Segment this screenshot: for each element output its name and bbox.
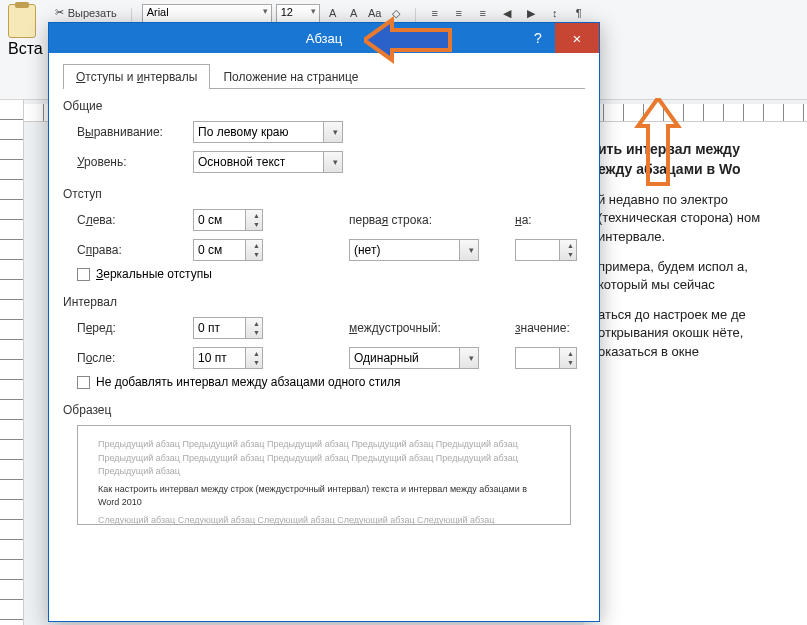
dialog-title: Абзац xyxy=(306,31,342,46)
paste-label: Вста xyxy=(8,40,43,58)
preview-label: Образец xyxy=(63,403,585,417)
doc-paragraph: й недавно по электро (техническая сторон… xyxy=(598,191,793,246)
level-combo[interactable]: Основной текст xyxy=(193,151,343,173)
preview-group: Образец Предыдущий абзац Предыдущий абза… xyxy=(63,403,585,525)
preview-box: Предыдущий абзац Предыдущий абзац Предыд… xyxy=(77,425,571,525)
alignment-label: Выравнивание: xyxy=(77,125,187,139)
font-size-combo[interactable]: 12 xyxy=(276,4,320,24)
general-label: Общие xyxy=(63,99,585,113)
svg-marker-0 xyxy=(364,20,450,60)
paste-icon[interactable] xyxy=(8,4,36,38)
preview-next: Следующий абзац Следующий абзац Следующи… xyxy=(98,514,550,526)
clipboard-group: Вста xyxy=(8,4,43,95)
left-spinner[interactable]: 0 см▲▼ xyxy=(193,209,263,231)
doc-title: ить интервал между ежду абзацами в Wo xyxy=(598,140,793,179)
right-spinner[interactable]: 0 см▲▼ xyxy=(193,239,263,261)
left-label: Слева: xyxy=(77,213,187,227)
tab-position[interactable]: Положение на странице xyxy=(210,64,371,89)
nospace-checkbox[interactable]: Не добавлять интервал между абзацами одн… xyxy=(77,375,585,389)
after-label: После: xyxy=(77,351,187,365)
annotation-arrow-up xyxy=(632,98,684,188)
mirror-label: Зеркальные отступы xyxy=(96,267,212,281)
right-label: Справа: xyxy=(77,243,187,257)
close-button[interactable]: × xyxy=(555,23,599,53)
by-label: на: xyxy=(515,213,595,227)
inc-indent-icon[interactable]: ▶ xyxy=(522,4,540,22)
line-combo[interactable]: Одинарный xyxy=(349,347,479,369)
checkbox-icon xyxy=(77,376,90,389)
dialog-tabs: ООтступы и интервалытступы и интервалы П… xyxy=(63,63,585,89)
vertical-ruler[interactable] xyxy=(0,100,24,625)
sort-icon[interactable]: ↕ xyxy=(546,4,564,22)
svg-marker-1 xyxy=(638,98,678,184)
level-label: Уровень: xyxy=(77,155,187,169)
paragraph-dialog: Абзац ? × ООтступы и интервалытступы и и… xyxy=(48,22,600,622)
dialog-titlebar[interactable]: Абзац ? × xyxy=(49,23,599,53)
checkbox-icon xyxy=(77,268,90,281)
annotation-arrow-left xyxy=(364,14,454,66)
multilevel-icon[interactable]: ≡ xyxy=(474,4,492,22)
document[interactable]: ить интервал между ежду абзацами в Wo й … xyxy=(584,120,807,625)
after-spinner[interactable]: 10 пт▲▼ xyxy=(193,347,263,369)
shrink-font-icon[interactable]: A xyxy=(345,4,363,22)
cut-label: Вырезать xyxy=(68,7,117,19)
at-spinner[interactable]: ▲▼ xyxy=(515,347,577,369)
doc-paragraph: аться до настроек ме де открывания окошк… xyxy=(598,306,793,361)
help-button[interactable]: ? xyxy=(523,23,553,53)
by-spinner[interactable]: ▲▼ xyxy=(515,239,577,261)
alignment-combo[interactable]: По левому краю xyxy=(193,121,343,143)
indent-label: Отступ xyxy=(63,187,585,201)
before-spinner[interactable]: 0 пт▲▼ xyxy=(193,317,263,339)
firstline-combo[interactable]: (нет) xyxy=(349,239,479,261)
font-name-combo[interactable]: Arial xyxy=(142,4,272,24)
line-label: междустрочный: xyxy=(349,321,509,335)
indent-group: Отступ Слева: 0 см▲▼ первая строка: на: … xyxy=(63,187,585,281)
nospace-label: Не добавлять интервал между абзацами одн… xyxy=(96,375,401,389)
scissors-icon: ✂ xyxy=(55,6,64,19)
dialog-body: ООтступы и интервалытступы и интервалы П… xyxy=(49,53,599,549)
spacing-label: Интервал xyxy=(63,295,585,309)
preview-sample: Как настроить интервал между строк (межд… xyxy=(98,483,550,510)
firstline-label: первая строка: xyxy=(349,213,509,227)
mirror-checkbox[interactable]: Зеркальные отступы xyxy=(77,267,585,281)
preview-prev: Предыдущий абзац Предыдущий абзац Предыд… xyxy=(98,438,550,479)
doc-paragraph: примера, будем испол а, который мы сейча… xyxy=(598,258,793,294)
cut-button[interactable]: ✂ Вырезать xyxy=(51,4,121,21)
before-label: Перед: xyxy=(77,321,187,335)
pilcrow-icon[interactable]: ¶ xyxy=(570,4,588,22)
at-label: значение: xyxy=(515,321,595,335)
tab-indents[interactable]: ООтступы и интервалытступы и интервалы xyxy=(63,64,210,89)
dec-indent-icon[interactable]: ◀ xyxy=(498,4,516,22)
general-group: Общие Выравнивание: По левому краю Урове… xyxy=(63,99,585,173)
spacing-group: Интервал Перед: 0 пт▲▼ междустрочный: зн… xyxy=(63,295,585,389)
grow-font-icon[interactable]: A xyxy=(324,4,342,22)
